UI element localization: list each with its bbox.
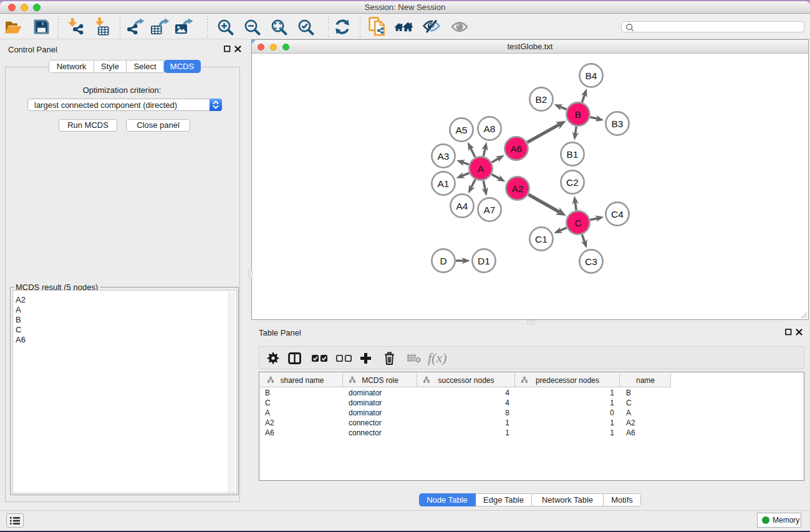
svg-text:B: B — [575, 109, 581, 120]
svg-text:A1: A1 — [438, 178, 450, 189]
svg-text:C3: C3 — [585, 256, 597, 267]
svg-text:D1: D1 — [478, 256, 490, 266]
svg-text:A7: A7 — [484, 205, 496, 215]
svg-text:C4: C4 — [611, 209, 624, 220]
svg-text:B1: B1 — [567, 149, 579, 160]
svg-text:B3: B3 — [612, 118, 624, 129]
svg-text:B4: B4 — [586, 70, 597, 81]
svg-text:B2: B2 — [536, 94, 547, 105]
svg-text:A3: A3 — [438, 151, 450, 162]
svg-text:A2: A2 — [512, 183, 524, 194]
svg-text:A: A — [478, 163, 485, 174]
svg-text:C: C — [574, 218, 581, 228]
svg-text:C2: C2 — [566, 177, 579, 188]
svg-text:A6: A6 — [511, 143, 523, 154]
svg-text:C1: C1 — [535, 234, 547, 244]
svg-text:A5: A5 — [456, 125, 468, 135]
svg-text:A8: A8 — [484, 123, 496, 134]
svg-text:D: D — [440, 256, 446, 266]
svg-text:A4: A4 — [456, 201, 468, 211]
